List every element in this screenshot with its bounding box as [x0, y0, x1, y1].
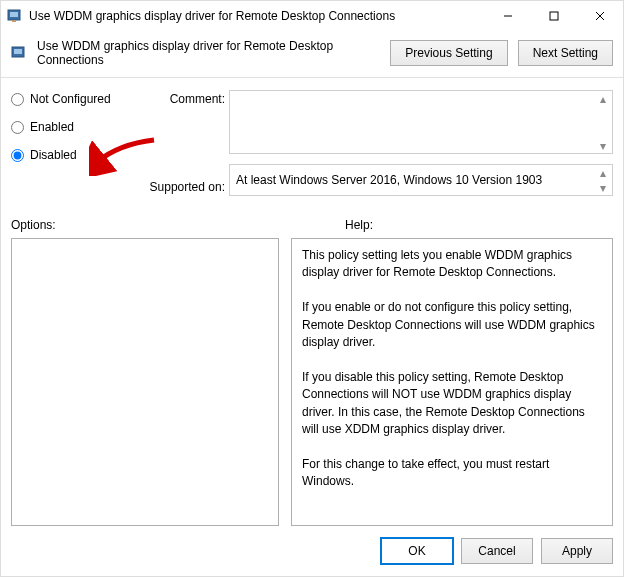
- radio-enabled-input[interactable]: [11, 121, 24, 134]
- supported-on-value: At least Windows Server 2016, Windows 10…: [236, 173, 542, 187]
- svg-rect-2: [12, 20, 16, 22]
- field-labels: Comment: Supported on:: [141, 90, 229, 196]
- radio-enabled-label: Enabled: [30, 120, 74, 134]
- radio-disabled-label: Disabled: [30, 148, 77, 162]
- minimize-button[interactable]: [485, 1, 531, 31]
- ok-button[interactable]: OK: [381, 538, 453, 564]
- comment-textarea[interactable]: ▴ ▾: [229, 90, 613, 154]
- app-icon: [7, 8, 23, 24]
- body-section: This policy setting lets you enable WDDM…: [1, 238, 623, 526]
- titlebar: Use WDDM graphics display driver for Rem…: [1, 1, 623, 31]
- options-label: Options:: [11, 218, 289, 232]
- state-radio-group: Not Configured Enabled Disabled: [11, 90, 141, 196]
- radio-not-configured-label: Not Configured: [30, 92, 111, 106]
- policy-title: Use WDDM graphics display driver for Rem…: [37, 39, 380, 67]
- scroll-down-icon[interactable]: ▾: [595, 138, 610, 153]
- radio-not-configured[interactable]: Not Configured: [11, 92, 141, 106]
- next-setting-button[interactable]: Next Setting: [518, 40, 613, 66]
- svg-rect-8: [14, 49, 22, 54]
- dialog-buttons: OK Cancel Apply: [1, 526, 623, 576]
- supported-on-field: At least Windows Server 2016, Windows 10…: [229, 164, 613, 196]
- radio-disabled[interactable]: Disabled: [11, 148, 141, 162]
- section-headers: Options: Help:: [1, 202, 623, 238]
- options-panel: [11, 238, 279, 526]
- previous-setting-button[interactable]: Previous Setting: [390, 40, 507, 66]
- close-button[interactable]: [577, 1, 623, 31]
- maximize-button[interactable]: [531, 1, 577, 31]
- scroll-up-icon[interactable]: ▴: [595, 165, 610, 180]
- comment-label: Comment:: [141, 92, 225, 106]
- radio-enabled[interactable]: Enabled: [11, 120, 141, 134]
- policy-editor-window: Use WDDM graphics display driver for Rem…: [0, 0, 624, 577]
- radio-disabled-input[interactable]: [11, 149, 24, 162]
- field-values: ▴ ▾ At least Windows Server 2016, Window…: [229, 90, 613, 196]
- help-label: Help:: [289, 218, 373, 232]
- cancel-button[interactable]: Cancel: [461, 538, 533, 564]
- svg-rect-1: [10, 12, 18, 17]
- policy-icon: [11, 45, 27, 61]
- window-title: Use WDDM graphics display driver for Rem…: [29, 9, 485, 23]
- window-controls: [485, 1, 623, 31]
- config-section: Not Configured Enabled Disabled Comment:…: [1, 78, 623, 202]
- scroll-up-icon[interactable]: ▴: [595, 91, 610, 106]
- radio-not-configured-input[interactable]: [11, 93, 24, 106]
- apply-button[interactable]: Apply: [541, 538, 613, 564]
- scroll-down-icon[interactable]: ▾: [595, 180, 610, 195]
- help-panel: This policy setting lets you enable WDDM…: [291, 238, 613, 526]
- supported-on-label: Supported on:: [141, 180, 225, 194]
- header-row: Use WDDM graphics display driver for Rem…: [1, 31, 623, 78]
- svg-rect-4: [550, 12, 558, 20]
